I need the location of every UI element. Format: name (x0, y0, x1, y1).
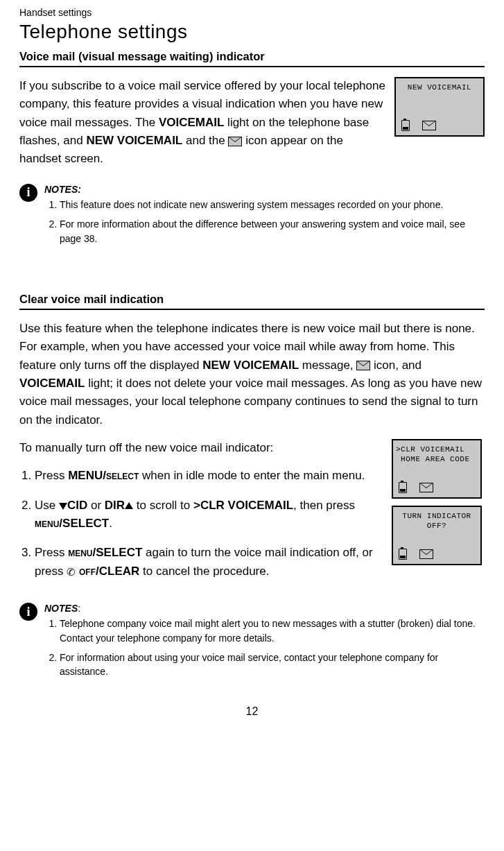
info-icon: i (19, 184, 37, 202)
lcd-clr-voicemail: >CLR VOICEMAIL HOME AREA CODE (392, 439, 482, 499)
envelope-icon (356, 361, 370, 370)
battery-icon (399, 549, 407, 560)
envelope-icon (419, 549, 433, 559)
lcd-turn-off: TURN INDICATOR OFF? (392, 506, 482, 565)
notes-block-2: i NOTES: Telephone company voice mail mi… (19, 601, 485, 684)
lcd-line2: HOME AREA CODE (396, 454, 478, 464)
notes-label: NOTES: (44, 601, 485, 615)
lcd-line1: NEW VOICEMAIL (399, 83, 480, 92)
envelope-icon (422, 121, 436, 130)
note-item: This feature does not indicate new answe… (60, 198, 485, 212)
lcd-line1: >CLR VOICEMAIL (396, 445, 478, 454)
envelope-icon (228, 137, 242, 146)
lcd-new-voicemail: NEW VOICEMAIL (394, 77, 485, 137)
section2-paragraph: Use this feature when the telephone indi… (19, 320, 485, 429)
battery-icon (399, 482, 407, 493)
section-heading-vmwi: Voice mail (visual message waiting) indi… (19, 50, 485, 67)
lcd-line2: OFF? (396, 521, 478, 531)
envelope-icon (419, 483, 433, 492)
down-triangle-icon (59, 503, 67, 510)
handset-icon: ✆ (67, 564, 76, 580)
note-item: For information about using your voice m… (60, 651, 485, 679)
page-title: Telephone settings (19, 21, 485, 43)
lcd-line1: TURN INDICATOR (396, 511, 478, 521)
info-icon: i (19, 603, 37, 621)
battery-icon (401, 120, 410, 131)
section-heading-clear-vm: Clear voice mail indication (19, 293, 485, 310)
note-item: Telephone company voice mail might alert… (60, 617, 485, 645)
page-number: 12 (19, 705, 485, 718)
category-label: Handset settings (19, 7, 485, 18)
notes-block-1: i NOTES: This feature does not indicate … (19, 182, 485, 251)
note-item: For more information about the differenc… (60, 217, 485, 246)
up-triangle-icon (125, 502, 133, 509)
notes-label: NOTES: (44, 182, 485, 196)
lcd-stack: >CLR VOICEMAIL HOME AREA CODE TURN INDIC… (392, 439, 485, 572)
